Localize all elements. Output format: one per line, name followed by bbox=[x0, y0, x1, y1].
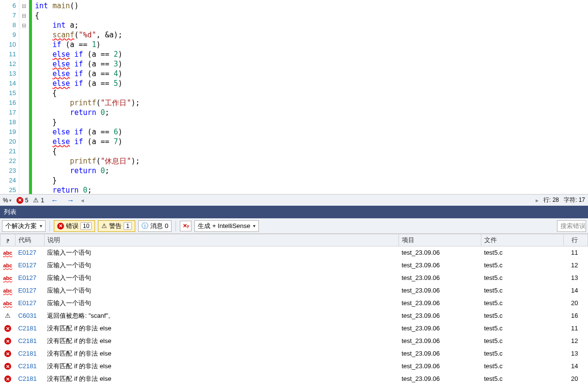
cell-file: test5.c bbox=[481, 373, 564, 385]
table-row[interactable]: ✕C2181没有匹配 if 的非法 elsetest_23.09.06test5… bbox=[0, 373, 588, 385]
table-row[interactable]: ✕C2181没有匹配 if 的非法 elsetest_23.09.06test5… bbox=[0, 335, 588, 347]
cell-severity: ⚠ bbox=[0, 310, 16, 322]
error-icon: ✕ bbox=[4, 325, 11, 332]
error-code-link[interactable]: C2181 bbox=[18, 350, 36, 357]
intellisense-icon: abc bbox=[3, 262, 13, 268]
table-row[interactable]: abcE0127应输入一个语句test_23.09.06test5.c12 bbox=[0, 259, 588, 272]
column-header-code[interactable]: 代码 bbox=[15, 234, 44, 246]
cell-severity: abc bbox=[0, 246, 16, 259]
cell-code: C2181 bbox=[15, 322, 44, 335]
intellisense-icon: abc bbox=[3, 275, 13, 281]
cell-description: 返回值被忽略: "scanf"。 bbox=[44, 310, 398, 322]
column-header-line[interactable]: 行 bbox=[564, 234, 588, 246]
table-row[interactable]: ⚠C6031返回值被忽略: "scanf"。test_23.09.06test5… bbox=[0, 310, 588, 322]
cell-file: test5.c bbox=[481, 310, 564, 322]
error-code-link[interactable]: E0127 bbox=[18, 249, 36, 256]
cell-description: 应输入一个语句 bbox=[44, 297, 398, 310]
warnings-filter-button[interactable]: ⚠ 警告 1 bbox=[98, 220, 135, 232]
cell-severity: ✕ bbox=[0, 373, 16, 385]
column-header-severity[interactable]: ⁋ bbox=[0, 234, 16, 246]
code-content[interactable]: int main(){ int a; scanf("%d", &a); if (… bbox=[32, 0, 588, 194]
error-list-title: 列表 bbox=[0, 206, 588, 218]
cell-project: test_23.09.06 bbox=[399, 259, 481, 272]
table-row[interactable]: abcE0127应输入一个语句test_23.09.06test5.c11 bbox=[0, 246, 588, 259]
cell-description: 应输入一个语句 bbox=[44, 246, 398, 259]
warning-icon: ⚠ bbox=[5, 312, 11, 319]
cell-line: 13 bbox=[564, 347, 588, 360]
error-icon: ✕ bbox=[16, 197, 23, 204]
clear-button[interactable]: ✕y bbox=[180, 221, 191, 231]
cell-severity: abc bbox=[0, 272, 16, 284]
cell-line: 20 bbox=[564, 373, 588, 385]
intellisense-icon: abc bbox=[3, 288, 13, 294]
cell-code: C2181 bbox=[15, 360, 44, 373]
table-row[interactable]: ✕C2181没有匹配 if 的非法 elsetest_23.09.06test5… bbox=[0, 360, 588, 373]
info-icon: ⓘ bbox=[142, 222, 148, 230]
column-header-project[interactable]: 项目 bbox=[399, 234, 481, 246]
cell-file: test5.c bbox=[481, 259, 564, 272]
error-code-link[interactable]: C2181 bbox=[18, 337, 36, 344]
intellisense-icon: abc bbox=[3, 250, 13, 256]
cell-description: 应输入一个语句 bbox=[44, 259, 398, 272]
error-code-link[interactable]: E0127 bbox=[18, 299, 36, 307]
column-header-file[interactable]: 文件 bbox=[481, 234, 564, 246]
editor-status-bar: % ✕ 5 ⚠ 1 ← → ◂ ▸ 行: 28 字符: 17 bbox=[0, 194, 588, 206]
table-row[interactable]: ✕C2181没有匹配 if 的非法 elsetest_23.09.06test5… bbox=[0, 347, 588, 360]
source-dropdown[interactable]: 生成 + IntelliSense bbox=[194, 220, 259, 232]
error-code-link[interactable]: E0127 bbox=[18, 274, 36, 281]
error-icon: ✕ bbox=[57, 223, 64, 229]
nav-prev-button[interactable]: ← bbox=[49, 196, 60, 204]
cell-file: test5.c bbox=[481, 347, 564, 360]
errors-filter-button[interactable]: ✕ 错误 10 bbox=[54, 220, 95, 232]
messages-filter-label: 消息 bbox=[150, 222, 163, 230]
cell-project: test_23.09.06 bbox=[399, 272, 481, 284]
table-row[interactable]: abcE0127应输入一个语句test_23.09.06test5.c13 bbox=[0, 272, 588, 284]
cell-project: test_23.09.06 bbox=[399, 246, 481, 259]
table-row[interactable]: abcE0127应输入一个语句test_23.09.06test5.c20 bbox=[0, 297, 588, 310]
error-code-link[interactable]: E0127 bbox=[18, 287, 36, 294]
scope-dropdown[interactable]: 个解决方案 bbox=[2, 220, 46, 232]
error-code-link[interactable]: C2181 bbox=[18, 325, 36, 332]
error-icon: ✕ bbox=[4, 350, 11, 357]
cell-code: E0127 bbox=[15, 297, 44, 310]
cell-file: test5.c bbox=[481, 322, 564, 335]
line-number-gutter[interactable]: 678910111213141516171819202122232425 bbox=[0, 0, 19, 194]
cell-project: test_23.09.06 bbox=[399, 347, 481, 360]
messages-filter-button[interactable]: ⓘ 消息 0 bbox=[138, 220, 172, 232]
error-code-link[interactable]: C2181 bbox=[18, 375, 36, 382]
error-code-link[interactable]: E0127 bbox=[18, 261, 36, 269]
cell-severity: ✕ bbox=[0, 347, 16, 360]
code-editor[interactable]: 678910111213141516171819202122232425 ⊟⊟⊟… bbox=[0, 0, 588, 194]
error-icon: ✕ bbox=[4, 338, 11, 344]
table-row[interactable]: ✕C2181没有匹配 if 的非法 elsetest_23.09.06test5… bbox=[0, 322, 588, 335]
nav-next-button[interactable]: → bbox=[65, 196, 76, 204]
table-row[interactable]: abcE0127应输入一个语句test_23.09.06test5.c14 bbox=[0, 284, 588, 297]
cell-code: E0127 bbox=[15, 259, 44, 272]
error-list-grid[interactable]: ⁋ 代码 说明 项目 文件 行 abcE0127应输入一个语句test_23.0… bbox=[0, 234, 588, 392]
errors-filter-label: 错误 bbox=[66, 222, 79, 230]
cell-severity: ✕ bbox=[0, 335, 16, 347]
cursor-char: 字符: 17 bbox=[564, 196, 585, 204]
cell-line: 14 bbox=[564, 284, 588, 297]
cell-project: test_23.09.06 bbox=[399, 360, 481, 373]
search-input[interactable]: 搜索错误 bbox=[557, 220, 586, 232]
fold-gutter[interactable]: ⊟⊟⊟ bbox=[19, 0, 29, 194]
zoom-dropdown[interactable]: % bbox=[3, 197, 12, 204]
error-count[interactable]: 5 bbox=[25, 197, 29, 204]
cell-line: 14 bbox=[564, 360, 588, 373]
column-header-desc[interactable]: 说明 bbox=[44, 234, 398, 246]
error-code-link[interactable]: C2181 bbox=[18, 362, 36, 370]
cell-severity: abc bbox=[0, 284, 16, 297]
table-header-row[interactable]: ⁋ 代码 说明 项目 文件 行 bbox=[0, 234, 588, 246]
warning-count[interactable]: 1 bbox=[41, 197, 44, 204]
cell-code: C2181 bbox=[15, 347, 44, 360]
cursor-line: 行: 28 bbox=[543, 196, 559, 204]
error-list-toolbar: 个解决方案 ✕ 错误 10 ⚠ 警告 1 ⓘ 消息 0 ✕y 生成 + Inte… bbox=[0, 218, 588, 234]
error-code-link[interactable]: C6031 bbox=[18, 312, 36, 319]
cell-line: 13 bbox=[564, 272, 588, 284]
cell-description: 应输入一个语句 bbox=[44, 272, 398, 284]
cell-severity: ✕ bbox=[0, 360, 16, 373]
cell-file: test5.c bbox=[481, 246, 564, 259]
cell-description: 没有匹配 if 的非法 else bbox=[44, 347, 398, 360]
cell-code: E0127 bbox=[15, 246, 44, 259]
